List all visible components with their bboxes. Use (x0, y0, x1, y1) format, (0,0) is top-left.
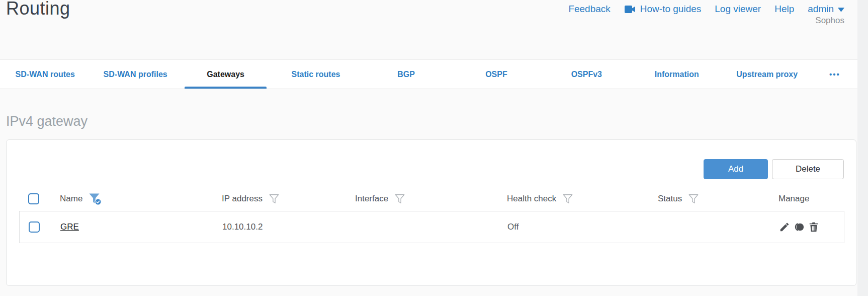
edit-icon[interactable] (779, 221, 790, 233)
tab-sd-wan-routes[interactable]: SD-WAN routes (0, 60, 90, 89)
video-camera-icon (624, 5, 636, 14)
more-tabs-button[interactable]: ••• (812, 60, 857, 89)
filter-active-icon[interactable] (89, 193, 102, 205)
manage-actions (779, 221, 844, 233)
column-interface-label: Interface (355, 194, 388, 204)
tab-gateways[interactable]: Gateways (181, 60, 271, 89)
cell-manage (779, 221, 844, 233)
filter-icon[interactable] (562, 193, 573, 204)
filter-icon[interactable] (394, 193, 405, 204)
toolbar: Add Delete (704, 159, 844, 179)
how-to-guides-link[interactable]: How-to guides (624, 4, 701, 15)
select-all-checkbox[interactable] (28, 193, 39, 204)
table-header: Name IP address Interface (7, 187, 856, 211)
table-body: GRE 10.10.10.2 Off (19, 211, 844, 243)
feedback-link-label: Feedback (568, 4, 610, 15)
page: Routing Feedback How-to guides Log viewe… (0, 0, 857, 296)
column-health-check: Health check (507, 193, 658, 204)
column-name-label: Name (60, 194, 82, 204)
ipv4-gateway-card: Add Delete Name IP address (6, 139, 856, 286)
header-checkbox-cell (19, 193, 60, 204)
column-manage: Manage (778, 194, 856, 204)
column-status: Status (658, 193, 778, 204)
brand-label: Sophos (815, 16, 844, 26)
admin-menu[interactable]: admin (808, 4, 844, 15)
column-ip-address: IP address (222, 193, 355, 204)
delete-button[interactable]: Delete (772, 159, 844, 179)
caret-down-icon (838, 8, 844, 12)
column-name: Name (60, 193, 222, 205)
column-health-label: Health check (507, 194, 556, 204)
cell-health-check: Off (507, 222, 658, 232)
tab-bar: SD-WAN routes SD-WAN profiles Gateways S… (0, 59, 857, 89)
how-to-guides-label: How-to guides (640, 4, 701, 15)
help-link[interactable]: Help (774, 4, 794, 15)
health-check-value: Off (507, 222, 518, 232)
cell-name: GRE (60, 222, 222, 232)
delete-icon[interactable] (808, 221, 819, 233)
deactivate-icon[interactable] (794, 221, 805, 233)
log-viewer-link[interactable]: Log viewer (715, 4, 761, 15)
cell-status (658, 223, 779, 232)
tab-bgp[interactable]: BGP (361, 60, 451, 89)
page-title: Routing (6, 0, 70, 19)
filter-icon[interactable] (688, 193, 699, 204)
row-checkbox[interactable] (29, 221, 40, 233)
filter-icon[interactable] (269, 193, 280, 204)
gateway-name-link[interactable]: GRE (60, 222, 79, 232)
tab-information[interactable]: Information (632, 60, 722, 89)
tab-ospf[interactable]: OSPF (451, 60, 541, 89)
tab-upstream-proxy[interactable]: Upstream proxy (722, 60, 812, 89)
table-row: GRE 10.10.10.2 Off (20, 211, 844, 243)
help-label: Help (774, 4, 794, 15)
ip-address-value: 10.10.10.2 (222, 222, 263, 232)
cell-ip-address: 10.10.10.2 (222, 222, 356, 232)
column-interface: Interface (355, 193, 507, 204)
tab-static-routes[interactable]: Static routes (271, 60, 361, 89)
column-ip-label: IP address (222, 194, 263, 204)
tab-sd-wan-profiles[interactable]: SD-WAN profiles (90, 60, 180, 89)
row-checkbox-cell (20, 221, 60, 233)
column-manage-label: Manage (778, 194, 809, 204)
tab-ospfv3[interactable]: OSPFv3 (542, 60, 632, 89)
section-title: IPv4 gateway (6, 114, 88, 129)
feedback-link[interactable]: Feedback (568, 4, 610, 15)
admin-menu-label: admin (808, 4, 834, 15)
log-viewer-label: Log viewer (715, 4, 761, 15)
add-button[interactable]: Add (704, 159, 768, 179)
column-status-label: Status (658, 194, 682, 204)
top-links: Feedback How-to guides Log viewer Help a… (568, 4, 844, 15)
